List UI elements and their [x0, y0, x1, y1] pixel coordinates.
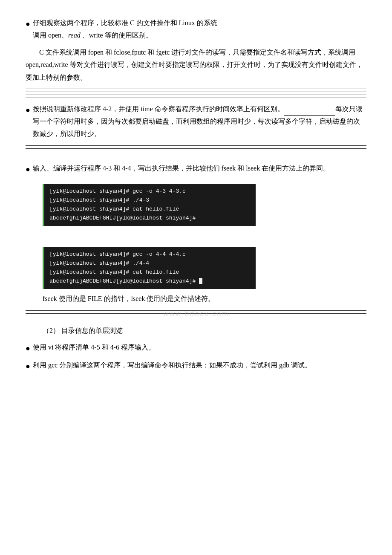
divider-2-2 — [26, 148, 366, 149]
code-line-2-1: [ylk@localhost shiyan4]# gcc -o 4-4 4-4.… — [49, 250, 251, 259]
divider-group-2 — [26, 145, 366, 149]
code-line-1-4: abcdefghijABCDEFGHIJ[ylk@localhost shiya… — [49, 214, 251, 223]
code-line-1-3: [ylk@localhost shiyan4]# cat hello.file — [49, 205, 251, 214]
dash-after-code1: — — [43, 229, 366, 242]
bullet-3: ● — [26, 103, 30, 117]
divider-3-2 — [26, 313, 366, 314]
divider-group-1 — [26, 89, 366, 98]
bullet-6: ● — [26, 359, 30, 373]
section-3-text: 按照说明重新修改程序 4-2，并使用 time 命令察看程序执行的时间效率上有何… — [33, 103, 366, 140]
divider-1-1 — [26, 89, 366, 89]
divider-group-3 — [26, 310, 366, 314]
code-line-1-2: [ylk@localhost shiyan4]# ./4-3 — [49, 196, 251, 205]
code-line-2-3: [ylk@localhost shiyan4]# cat hello.file — [49, 268, 251, 277]
section-6: ● 利用 gcc 分别编译这两个程序，写出编译命令和执行结果；如果不成功，尝试利… — [26, 359, 366, 373]
blank-space-1 — [26, 154, 366, 162]
subsection-title-text: （2） 目录信息的单层浏览 — [43, 327, 123, 334]
divider-group-4 — [26, 319, 366, 319]
divider-1-3 — [26, 95, 366, 95]
divider-1-4 — [26, 98, 366, 98]
section-4: ● 输入、编译并运行程序 4-3 和 4-4，写出执行结果，并比较他们 fsee… — [26, 162, 366, 176]
bullet-5: ● — [26, 341, 30, 355]
code-line-2-2: [ylk@localhost shiyan4]# ./4-4 — [49, 259, 251, 268]
section-1: ● 仔细观察这两个程序，比较标准 C 的文件操作和 Linux 的系统调用 op… — [26, 17, 366, 42]
section-5: ● 使用 vi 将程序清单 4-5 和 4-6 程序输入。 — [26, 341, 366, 355]
code-line-1-1: [ylk@localhost shiyan4]# gcc -o 4-3 4-3.… — [49, 187, 251, 196]
section-2: C 文件系统调用 fopen 和 fclose,fputc 和 fgetc 进行… — [26, 46, 366, 84]
section-2-text: C 文件系统调用 fopen 和 fclose,fputc 和 fgetc 进行… — [26, 46, 366, 84]
terminal-cursor — [199, 278, 202, 284]
conclusion-text: fseek 使用的是 FILE 的指针，lseek 使用的是文件描述符。 — [43, 292, 366, 305]
subsection-title: （2） 目录信息的单层浏览 — [43, 324, 366, 337]
section-3: ● 按照说明重新修改程序 4-2，并使用 time 命令察看程序执行的时间效率上… — [26, 103, 366, 140]
divider-3-1 — [26, 310, 366, 311]
divider-4-1 — [26, 319, 366, 319]
code-block-1: [ylk@localhost shiyan4]# gcc -o 4-3 4-3.… — [43, 184, 256, 226]
code-line-2-4: abcdefghijABCDEFGHIJ[ylk@localhost shiya… — [49, 277, 251, 286]
bullet-4: ● — [26, 162, 30, 176]
section-6-text: 利用 gcc 分别编译这两个程序，写出编译命令和执行结果；如果不成功，尝试利用 … — [33, 359, 311, 372]
bullet-1: ● — [26, 17, 30, 31]
section-1-text: 仔细观察这两个程序，比较标准 C 的文件操作和 Linux 的系统调用 open… — [33, 17, 217, 42]
divider-1-2 — [26, 92, 366, 92]
divider-2-1 — [26, 145, 366, 146]
section-5-text: 使用 vi 将程序清单 4-5 和 4-6 程序输入。 — [33, 341, 155, 354]
section-4-text: 输入、编译并运行程序 4-3 和 4-4，写出执行结果，并比较他们 fseek … — [33, 162, 330, 175]
code-block-2: [ylk@localhost shiyan4]# gcc -o 4-4 4-4.… — [43, 247, 256, 289]
